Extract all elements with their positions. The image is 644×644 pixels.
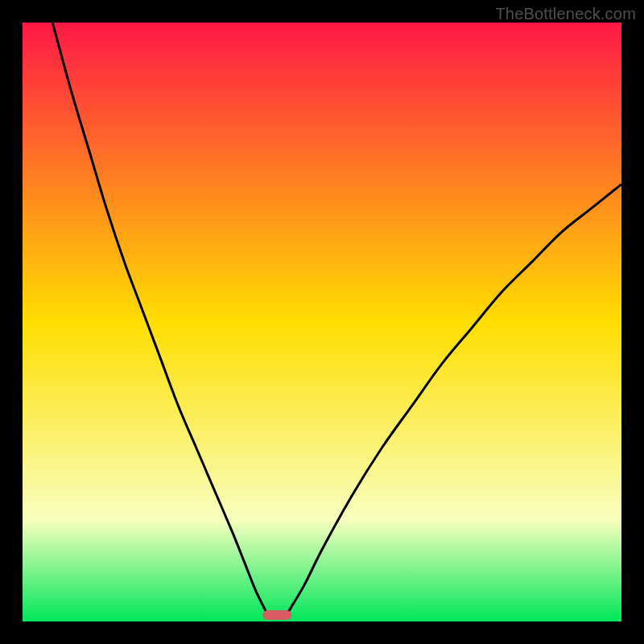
bottleneck-chart — [23, 23, 621, 621]
chart-frame — [23, 23, 621, 621]
gradient-bg — [23, 23, 621, 621]
watermark-text: TheBottleneck.com — [495, 5, 636, 23]
min-marker — [262, 610, 291, 620]
